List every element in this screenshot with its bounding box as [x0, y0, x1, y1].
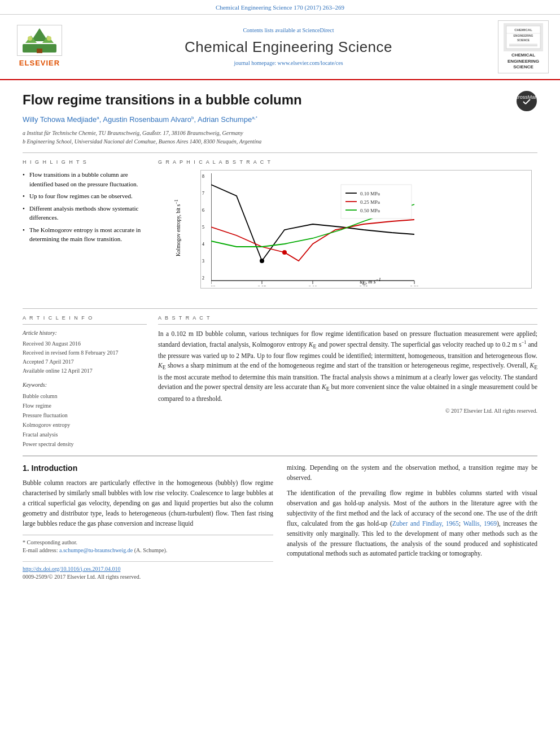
- elsevier-brand-name: ELSEVIER: [19, 58, 60, 68]
- body-section: 1. Introduction Bubble column reactors a…: [23, 463, 537, 581]
- body-divider: [23, 456, 537, 456]
- journal-homepage: journal homepage: www.elsevier.com/locat…: [79, 59, 498, 67]
- keywords-heading: Keywords:: [23, 381, 147, 389]
- svg-text:0.25 MPa: 0.25 MPa: [360, 199, 380, 205]
- abstract-section: A B S T R A C T In a 0.102 m ID bubble c…: [158, 314, 537, 449]
- ces-logo-image: CHEMICAL ENGINEERING SCIENCE: [504, 23, 543, 51]
- authors-line: Willy Tchowa Medjiadea, Agustin Rosenbau…: [23, 115, 537, 125]
- article-history-heading: Article history:: [23, 329, 147, 337]
- svg-text:0.05: 0.05: [258, 285, 266, 286]
- graphical-abstract-heading: G R A P H I C A L A B S T R A C T: [158, 159, 537, 166]
- highlights-section: H I G H L I G H T S Flow transitions in …: [23, 159, 147, 303]
- intro-right-text-2: The identification of the prevailing flo…: [287, 488, 537, 559]
- chart-svg: 0.00 0.05 0.10 0.15 0.20: [211, 173, 485, 286]
- journal-citation: Chemical Engineering Science 170 (2017) …: [0, 0, 560, 15]
- revised-date: Received in revised form 8 February 2017: [23, 348, 147, 357]
- elsevier-tree-icon: [20, 27, 59, 54]
- issn-line: 0009-2509/© 2017 Elsevier Ltd. All right…: [23, 573, 273, 581]
- svg-text:0.10: 0.10: [309, 285, 317, 286]
- svg-text:ENGINEERING: ENGINEERING: [513, 34, 533, 37]
- keyword-item: Fractal analysis: [23, 430, 147, 439]
- svg-point-32: [260, 259, 264, 263]
- highlights-list: Flow transitions in a bubble column are …: [23, 170, 147, 244]
- doi-link-line: http://dx.doi.org/10.1016/j.ces.2017.04.…: [23, 565, 273, 573]
- ces-journal-logo: CHEMICAL ENGINEERING SCIENCE CHEMICAL EN…: [498, 20, 549, 73]
- science-direct-text: Contents lists available at ScienceDirec…: [79, 27, 498, 34]
- article-info-heading: A R T I C L E I N F O: [23, 314, 147, 325]
- keyword-item: Flow regime: [23, 401, 147, 410]
- article-title: Flow regime transitions in a bubble colu…: [23, 90, 537, 110]
- article-history-items: Received 30 August 2016 Received in revi…: [23, 339, 147, 375]
- intro-right-text-1: mixing. Depending on the system and the …: [287, 463, 537, 483]
- chart-area: 8 7 6 5 4 3 2 0.00 0.05: [200, 170, 532, 289]
- svg-point-5: [28, 36, 32, 41]
- chart-y-label: Kolmogov entropy, bit s−1: [173, 217, 182, 256]
- divider-2: [23, 308, 537, 309]
- journal-name: Chemical Engineering Science: [79, 37, 498, 57]
- journal-header: ELSEVIER Contents lists available at Sci…: [0, 15, 560, 80]
- abstract-text: In a 0.102 m ID bubble column, various t…: [158, 329, 537, 404]
- accepted-date: Accepted 7 April 2017: [23, 357, 147, 366]
- list-item: Up to four flow regimes can be observed.: [23, 191, 147, 201]
- svg-point-31: [282, 250, 287, 255]
- email-note: E-mail address: a.schumpe@tu-braunschwei…: [23, 547, 273, 554]
- svg-text:0.10 MPa: 0.10 MPa: [360, 191, 380, 196]
- ces-logo-text-2: ENGINEERING: [501, 59, 546, 64]
- ces-logo-text-1: CHEMICAL: [501, 53, 546, 58]
- svg-text:0.50 MPa: 0.50 MPa: [360, 208, 380, 213]
- ref-link-zuber[interactable]: Zuber and Findlay, 1965: [392, 520, 459, 527]
- divider-1: [23, 152, 537, 153]
- received-date: Received 30 August 2016: [23, 339, 147, 348]
- svg-text:0.20: 0.20: [410, 285, 419, 286]
- affiliation-b: b Engineering School, Universidad Nacion…: [23, 137, 537, 146]
- available-date: Available online 12 April 2017: [23, 366, 147, 375]
- highlights-heading: H I G H L I G H T S: [23, 159, 147, 166]
- corresponding-author-note: * Corresponding author.: [23, 539, 273, 547]
- list-item: Different analysis methods show systemat…: [23, 204, 147, 222]
- email-link[interactable]: a.schumpe@tu-braunschweig.de: [59, 547, 133, 553]
- list-item: Flow transitions in a bubble column are …: [23, 170, 147, 189]
- body-left-col: 1. Introduction Bubble column reactors a…: [23, 463, 273, 581]
- footnote-area: * Corresponding author. E-mail address: …: [23, 535, 273, 554]
- crossmark-icon: CrossMark: [516, 90, 537, 112]
- article-info-section: A R T I C L E I N F O Article history: R…: [23, 314, 147, 449]
- main-content: Flow regime transitions in a bubble colu…: [0, 80, 560, 592]
- journal-title-area: Contents lists available at ScienceDirec…: [79, 27, 498, 67]
- keywords-list: Bubble column Flow regime Pressure fluct…: [23, 391, 147, 449]
- ces-logo-text-3: SCIENCE: [501, 64, 546, 70]
- highlights-graphical-section: H I G H L I G H T S Flow transitions in …: [23, 159, 537, 303]
- elsevier-logo: ELSEVIER: [11, 25, 68, 68]
- crossmark-badge: CrossMark: [516, 90, 537, 115]
- svg-point-6: [47, 36, 51, 41]
- intro-left-text: Bubble column reactors are particularly …: [23, 478, 273, 528]
- svg-text:SCIENCE: SCIENCE: [517, 38, 530, 42]
- svg-text:CrossMark: CrossMark: [516, 94, 537, 100]
- body-right-col: mixing. Depending on the system and the …: [287, 463, 537, 581]
- intro-section-title: 1. Introduction: [23, 463, 273, 474]
- svg-rect-4: [37, 49, 42, 53]
- elsevier-logo-image: [17, 25, 62, 56]
- ref-link-wallis[interactable]: Wallis, 1969: [463, 520, 497, 527]
- graphical-abstract-section: G R A P H I C A L A B S T R A C T Kolmog…: [158, 159, 537, 303]
- keyword-item: Pressure fluctuation: [23, 410, 147, 420]
- info-abstract-section: A R T I C L E I N F O Article history: R…: [23, 314, 537, 449]
- abstract-heading: A B S T R A C T: [158, 314, 537, 325]
- affiliations: a Institut für Technische Chemie, TU Bra…: [23, 129, 537, 146]
- keyword-item: Power spectral density: [23, 439, 147, 449]
- list-item: The Kolmogorov entropy is most accurate …: [23, 225, 147, 244]
- affiliation-a: a Institut für Technische Chemie, TU Bra…: [23, 129, 537, 137]
- doi-area: http://dx.doi.org/10.1016/j.ces.2017.04.…: [23, 561, 273, 581]
- svg-text:0.00: 0.00: [211, 285, 215, 286]
- copyright-text: © 2017 Elsevier Ltd. All rights reserved…: [158, 407, 537, 415]
- svg-text:CHEMICAL: CHEMICAL: [514, 28, 532, 32]
- keyword-item: Kolmogorov entropy: [23, 420, 147, 430]
- ces-journal-icon: CHEMICAL ENGINEERING SCIENCE: [504, 23, 543, 51]
- doi-link[interactable]: http://dx.doi.org/10.1016/j.ces.2017.04.…: [23, 566, 120, 572]
- chart-x-label: uG, m s−1: [360, 277, 381, 287]
- keyword-item: Bubble column: [23, 391, 147, 401]
